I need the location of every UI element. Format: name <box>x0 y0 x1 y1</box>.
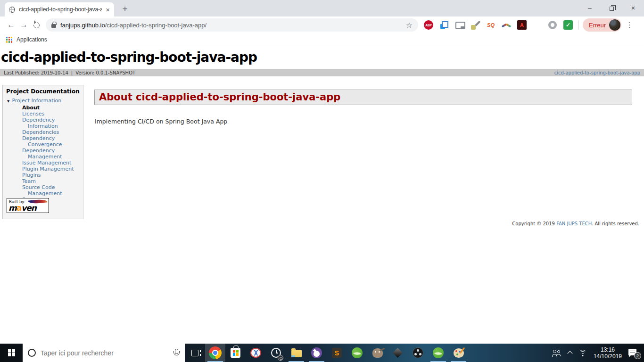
taskbar-microsoft-store[interactable] <box>225 344 246 362</box>
sidebar-item-issue-management[interactable]: Issue Management <box>22 160 80 166</box>
tab-close-icon[interactable]: × <box>106 6 110 13</box>
apps-grid-icon[interactable] <box>6 37 12 43</box>
taskbar-spring-tools[interactable] <box>347 344 367 362</box>
tray-clock[interactable]: 13:16 14/10/2019 <box>594 346 622 360</box>
avatar <box>609 19 620 31</box>
acrobat-icon[interactable]: A <box>517 20 527 30</box>
check-icon[interactable]: ✓ <box>563 20 573 30</box>
url-path: /cicd-applied-to-spring-boot-java-app/ <box>105 22 206 29</box>
url-host: fanjups.github.io <box>60 22 105 29</box>
window-overlap-icon[interactable] <box>439 20 449 30</box>
page-title: cicd-applied-to-spring-boot-java-app <box>1 49 644 65</box>
color-picker-icon[interactable] <box>471 20 480 30</box>
close-button[interactable]: × <box>622 0 644 16</box>
taskbar-sublime-text[interactable]: S <box>327 344 347 362</box>
last-published: Last Published: 2019-10-14 <box>4 70 68 75</box>
section-header: About cicd-applied-to-spring-boot-java-a… <box>94 90 632 105</box>
lock-icon[interactable] <box>51 24 56 28</box>
seoquake-icon[interactable]: SQ <box>486 20 495 30</box>
taskbar-search[interactable] <box>23 344 185 362</box>
address-bar[interactable]: fanjups.github.io/cicd-applied-to-spring… <box>46 18 418 32</box>
sublime-text-icon: S <box>332 348 342 358</box>
snipping-tool-icon <box>250 348 261 358</box>
minimize-button[interactable]: – <box>579 0 601 16</box>
profile-label: Erreur <box>589 22 606 29</box>
forward-button[interactable]: → <box>17 19 30 32</box>
restore-icon <box>610 7 614 11</box>
spring-leaf-icon <box>352 347 363 358</box>
sidebar-item-licenses[interactable]: Licenses <box>22 111 80 117</box>
github-desktop-icon <box>311 347 322 358</box>
color-grid-icon[interactable] <box>533 21 542 30</box>
reload-button[interactable] <box>30 19 43 32</box>
notification-badge: 2 <box>634 352 641 359</box>
nut-icon[interactable] <box>548 20 557 30</box>
wifi-icon[interactable] <box>578 350 587 356</box>
sidebar-item-dependency-convergence[interactable]: Dependency Convergence <box>22 135 80 148</box>
inkscape-icon <box>393 348 403 358</box>
sidebar-group-label[interactable]: Project Information <box>12 98 61 104</box>
taskbar-inkscape[interactable] <box>388 344 408 362</box>
tray-date: 14/10/2019 <box>594 353 622 360</box>
version-label: Version: 0.0.1-SNAPSHOT <box>75 70 135 75</box>
boomerang-icon[interactable] <box>502 20 511 30</box>
sidebar-item-source-code-management[interactable]: Source Code Management <box>22 184 80 197</box>
start-button[interactable] <box>0 344 23 362</box>
sidebar-item-plugins[interactable]: Plugins <box>22 172 80 178</box>
maven-wordmark: maven <box>8 204 36 213</box>
maven-logo[interactable]: Built by: maven <box>7 198 49 213</box>
window-controls: – × <box>579 0 644 16</box>
chrome-icon <box>209 346 222 359</box>
adblock-icon[interactable]: ABP <box>424 20 433 30</box>
taskbar-alarms-clock[interactable] <box>266 344 286 362</box>
back-button[interactable]: ← <box>5 19 17 32</box>
taskbar-snipping-tool[interactable] <box>246 344 266 362</box>
taskbar-github-desktop[interactable] <box>306 344 327 362</box>
cast-icon[interactable] <box>455 20 464 30</box>
sidebar-item-dependency-management[interactable]: Dependency Management <box>22 148 80 160</box>
taskbar-file-explorer[interactable] <box>286 344 306 362</box>
restore-button[interactable] <box>601 0 622 16</box>
task-view-button[interactable] <box>185 344 205 362</box>
quiet-hours-badge <box>278 355 283 361</box>
paint-palette-icon <box>454 348 464 358</box>
taskbar-chrome[interactable] <box>205 344 225 362</box>
microphone-icon[interactable] <box>173 349 179 357</box>
section-body-text: Implementing CI/CD on Spring Boot Java A… <box>95 118 227 125</box>
sidebar-item-plugin-management[interactable]: Plugin Management <box>22 166 80 172</box>
url-text[interactable]: fanjups.github.io/cicd-applied-to-spring… <box>60 22 206 29</box>
taskbar-spring-tools-2[interactable] <box>428 344 448 362</box>
chevron-up-icon[interactable] <box>567 351 572 356</box>
obs-studio-icon <box>413 347 423 358</box>
cortana-ring-icon <box>28 349 36 357</box>
sidebar-items: About Licenses Dependency Information De… <box>6 105 80 203</box>
footer-link[interactable]: FAN JUPS TECH <box>556 221 592 226</box>
sidebar-nav: Project Documentation ▼ Project Informat… <box>2 85 83 219</box>
sidebar-item-dependency-information[interactable]: Dependency Information <box>22 117 80 129</box>
bookmarks-bar: Applications <box>0 33 644 46</box>
new-tab-button[interactable]: + <box>119 3 131 15</box>
bookmark-star-icon[interactable]: ☆ <box>406 21 413 30</box>
applications-bookmark[interactable]: Applications <box>17 36 47 43</box>
sidebar-item-dependencies[interactable]: Dependencies <box>22 129 80 135</box>
sidebar-group-project-information[interactable]: ▼ Project Information <box>7 98 80 105</box>
people-icon[interactable] <box>552 349 561 357</box>
copyright-footer: Copyright © 2019 FAN JUPS TECH. All righ… <box>512 221 639 226</box>
spring-leaf-icon <box>433 347 444 358</box>
tab-title: cicd-applied-to-spring-boot-java-app <box>19 6 102 13</box>
profile-chip[interactable]: Erreur <box>583 18 621 32</box>
windows-logo-icon <box>8 349 15 356</box>
browser-tab[interactable]: cicd-applied-to-spring-boot-java-app × <box>5 2 114 16</box>
taskbar-gimp[interactable] <box>367 344 388 362</box>
breadcrumb[interactable]: cicd-applied-to-spring-boot-java-app <box>554 70 640 75</box>
chevron-down-icon[interactable]: ▼ <box>7 99 9 105</box>
taskbar-paint[interactable] <box>448 344 469 362</box>
gimp-icon <box>372 348 383 358</box>
browser-menu-icon[interactable]: ⋮ <box>625 21 634 29</box>
sidebar-item-team[interactable]: Team <box>22 178 80 184</box>
sidebar-item-about[interactable]: About <box>22 105 80 111</box>
action-center-button[interactable]: 2 <box>628 348 640 358</box>
taskbar-obs-studio[interactable] <box>408 344 428 362</box>
search-input[interactable] <box>41 349 168 357</box>
system-tray: 13:16 14/10/2019 2 <box>552 344 644 362</box>
